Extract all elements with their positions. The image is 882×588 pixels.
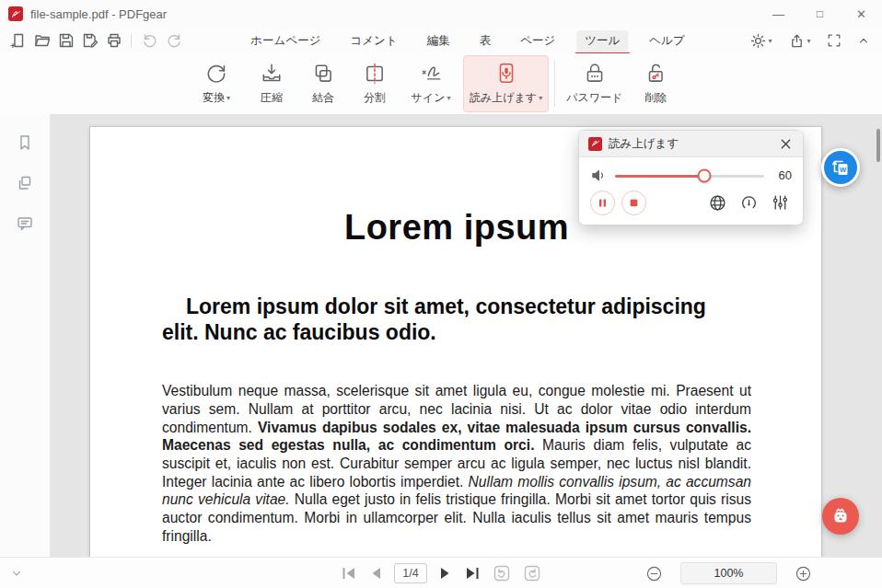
window-title: file-sample.pdf - PDFgear	[30, 7, 758, 21]
caret-down-icon: ▾	[768, 37, 772, 45]
tab-tools[interactable]: ツール	[576, 30, 628, 52]
previous-view-button[interactable]	[493, 564, 511, 582]
status-bar: 1/4 100%	[0, 557, 882, 588]
save-button[interactable]	[55, 29, 77, 52]
stop-icon	[629, 198, 639, 208]
first-page-button[interactable]	[341, 566, 357, 581]
page-navigation: 1/4	[341, 558, 541, 588]
bookmarks-panel-button[interactable]	[13, 131, 37, 155]
fullscreen-button[interactable]	[823, 29, 845, 52]
sign-tool-button[interactable]: サイン▾	[402, 55, 459, 112]
document-subtitle: Lorem ipsum dolor sit amet, consectetur …	[162, 294, 727, 345]
read-aloud-label: 読み上げます	[470, 90, 537, 106]
vertical-scrollbar-thumb[interactable]	[876, 129, 880, 162]
volume-slider[interactable]	[615, 168, 764, 183]
maximize-button[interactable]: □	[799, 0, 841, 28]
split-tool-button[interactable]: 分割	[351, 55, 399, 112]
remove-password-tool-button[interactable]: 削除	[632, 55, 679, 112]
speed-button[interactable]	[739, 193, 759, 213]
title-bar: file-sample.pdf - PDFgear — □ ✕	[0, 0, 882, 28]
speaker-icon	[590, 167, 608, 184]
volume-row: 60	[590, 167, 792, 184]
next-view-button[interactable]	[523, 564, 541, 582]
robot-icon	[829, 504, 853, 528]
volume-fill	[615, 175, 704, 178]
tab-page[interactable]: ページ	[512, 30, 563, 52]
merge-label: 結合	[312, 90, 334, 106]
menu-tabs: ホームページ コメント 編集 表 ページ ツール ヘルプ	[242, 28, 692, 53]
collapse-ribbon-button[interactable]	[853, 29, 875, 52]
caret-down-icon: ▾	[226, 94, 230, 102]
convert-tool-button[interactable]: 変換▾	[189, 55, 244, 112]
print-button[interactable]	[103, 29, 125, 52]
password-tool-button[interactable]: パスワード	[561, 55, 628, 112]
tts-controls-row	[590, 190, 790, 215]
read-aloud-tool-button[interactable]: 読み上げます▾	[463, 55, 549, 112]
compress-label: 圧縮	[261, 90, 283, 106]
redo-button[interactable]	[163, 29, 185, 52]
convert-label: 変換	[203, 90, 225, 106]
undo-button[interactable]	[139, 29, 161, 52]
pdfgear-logo-icon	[8, 6, 23, 21]
voice-settings-button[interactable]	[771, 193, 790, 213]
last-page-button[interactable]	[464, 566, 481, 581]
zoom-in-button[interactable]	[795, 566, 811, 582]
zoom-out-button[interactable]	[646, 566, 662, 582]
pause-icon	[598, 198, 608, 208]
caret-down-icon: ▾	[539, 94, 542, 102]
previous-page-button[interactable]	[369, 566, 382, 581]
pause-button[interactable]	[590, 190, 615, 215]
equalizer-sliders-icon	[771, 193, 790, 213]
page-thumbnails-button[interactable]	[13, 171, 37, 195]
convert-to-word-fab[interactable]: W	[821, 148, 860, 187]
tab-comment[interactable]: コメント	[342, 30, 405, 52]
merge-tool-button[interactable]: 結合	[299, 55, 347, 112]
read-aloud-panel-header[interactable]: 読み上げます	[579, 131, 803, 157]
split-label: 分割	[364, 90, 386, 106]
zoom-controls: 100%	[646, 558, 811, 588]
word-convert-icon: W	[830, 156, 852, 179]
caret-down-icon: ▾	[447, 94, 450, 102]
password-label: パスワード	[566, 90, 622, 106]
speed-gauge-icon	[739, 193, 759, 213]
tab-table[interactable]: 表	[471, 30, 500, 52]
open-file-button[interactable]	[31, 29, 53, 52]
svg-text:W: W	[840, 166, 847, 174]
stop-button[interactable]	[621, 190, 646, 215]
language-button[interactable]	[708, 193, 727, 213]
compress-tool-button[interactable]: 圧縮	[248, 55, 296, 112]
sign-label: サイン	[412, 90, 446, 106]
next-page-button[interactable]	[439, 566, 452, 581]
quick-toolbar: ホームページ コメント 編集 表 ページ ツール ヘルプ ▾ ▾	[0, 28, 882, 53]
left-sidebar	[0, 114, 51, 557]
ai-assistant-fab[interactable]	[822, 498, 859, 535]
globe-icon	[708, 193, 727, 213]
volume-handle[interactable]	[698, 169, 712, 183]
ribbon-divider	[554, 61, 555, 107]
tab-home[interactable]: ホームページ	[242, 30, 329, 52]
pdfgear-logo-icon	[588, 137, 602, 151]
new-file-button[interactable]	[7, 29, 29, 52]
read-aloud-panel: 読み上げます 60	[578, 130, 804, 225]
tab-help[interactable]: ヘルプ	[641, 30, 692, 52]
minimize-button[interactable]: —	[758, 0, 799, 28]
document-paragraph: Vestibulum neque massa, scelerisque sit …	[162, 382, 751, 545]
close-button[interactable]: ✕	[841, 0, 882, 28]
remove-password-label: 削除	[644, 90, 667, 106]
close-icon[interactable]	[775, 133, 795, 154]
save-as-button[interactable]	[79, 29, 101, 52]
tools-ribbon: 変換▾ 圧縮 結合 分割 サイン▾ 読み上げます▾ パスワード 削除	[0, 53, 882, 114]
theme-button[interactable]: ▾	[746, 29, 777, 52]
read-aloud-panel-title: 読み上げます	[609, 136, 769, 152]
share-button[interactable]: ▾	[784, 29, 816, 52]
collapse-statusbar-button[interactable]	[7, 564, 26, 582]
volume-value: 60	[773, 168, 792, 182]
zoom-level-field[interactable]: 100%	[680, 562, 777, 584]
tab-edit[interactable]: 編集	[419, 30, 458, 52]
quickbar-right-group: ▾ ▾	[744, 28, 875, 53]
caret-down-icon: ▾	[807, 37, 810, 45]
toolbar-divider	[131, 34, 132, 48]
comments-panel-button[interactable]	[13, 212, 37, 236]
page-indicator-field[interactable]: 1/4	[394, 563, 427, 583]
